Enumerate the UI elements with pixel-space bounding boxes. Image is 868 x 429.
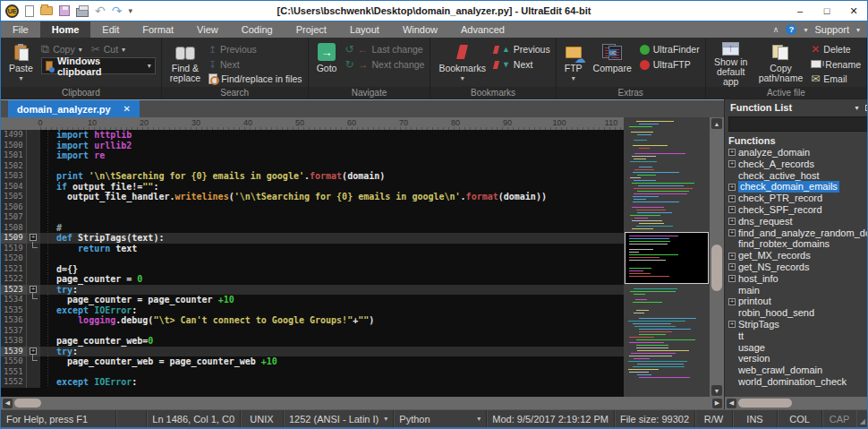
function-item-find_and_analyze_random_domain[interactable]: +find_and_analyze_random_domain	[728, 227, 868, 239]
function-item-check_PTR_record[interactable]: +check_PTR_record	[728, 193, 868, 204]
line-number[interactable]: 1508	[1, 223, 26, 234]
panel-scroll-left-icon[interactable]: ◀	[727, 399, 736, 408]
code-line[interactable]: 1534 page_counter = page_counter +10	[1, 295, 624, 305]
tab-domain-analyzer[interactable]: domain_analyzer.py ✕	[8, 100, 140, 117]
panel-scrollbar-track[interactable]	[736, 397, 868, 409]
line-number[interactable]: 1552	[1, 377, 26, 388]
support-menu[interactable]: Support	[814, 24, 849, 35]
copy-path-name-button[interactable]: Copy path/name	[756, 40, 806, 86]
line-number[interactable]: 1501	[1, 150, 26, 161]
expand-icon[interactable]: +	[728, 298, 736, 305]
code-line[interactable]: 1539+try:	[1, 347, 624, 357]
delete-file-button[interactable]: ✕ Delete	[811, 42, 861, 56]
code-line[interactable]: 1522page_counter = 0	[1, 274, 624, 285]
line-number[interactable]: 1538	[1, 336, 26, 347]
expand-icon[interactable]: +	[728, 195, 736, 202]
vertical-scrollbar-thumb[interactable]	[711, 245, 722, 291]
line-number[interactable]: 1521	[1, 264, 26, 275]
code-line[interactable]: 1538page_counter_web=0	[1, 336, 624, 347]
code-line[interactable]: 1550 page_counter_web = page_counter_web…	[1, 356, 624, 367]
minimize-button[interactable]: –	[787, 1, 813, 21]
code-line[interactable]: 1500import urllib2	[1, 141, 624, 151]
find-in-files-button[interactable]: Find/replace in files	[208, 72, 302, 86]
syntax-dropdown-icon[interactable]: ▾	[477, 415, 481, 423]
code-line[interactable]: 1509+def StripTags(text):	[1, 233, 624, 244]
code-line[interactable]: 1551	[1, 367, 624, 378]
menu-item-window[interactable]: Window	[391, 21, 449, 38]
function-item-StripTags[interactable]: +StripTags	[728, 319, 868, 330]
paste-dropdown-icon[interactable]: ▾	[19, 73, 22, 83]
fold-expand-icon[interactable]: +	[30, 347, 37, 355]
rename-file-button[interactable]: Rename	[811, 57, 861, 72]
line-number[interactable]: 1500	[1, 141, 26, 151]
maximize-button[interactable]: □	[813, 1, 840, 21]
code-line[interactable]: 1523+try:	[1, 285, 624, 296]
encoding-dropdown-icon[interactable]: ▾	[384, 415, 387, 423]
function-item-dns_request[interactable]: +dns_request	[728, 216, 868, 227]
scroll-left-icon[interactable]: ◀	[3, 399, 13, 408]
line-number[interactable]: 1537	[1, 326, 26, 337]
expand-icon[interactable]: +	[728, 149, 736, 156]
menu-item-home[interactable]: Home	[40, 21, 91, 38]
bookmark-next-button[interactable]: ▼ Next	[494, 57, 550, 72]
line-number[interactable]: 1520	[1, 253, 26, 264]
line-number[interactable]: 1536	[1, 315, 26, 326]
line-number[interactable]: 1523	[1, 285, 26, 296]
panel-horizontal-scrollbar[interactable]: ◀ ▶	[725, 397, 868, 409]
ultraftp-button[interactable]: UltraFTP	[640, 57, 700, 72]
code-line[interactable]: 1501import re	[1, 150, 624, 161]
expand-icon[interactable]: +	[728, 160, 736, 167]
code-line[interactable]: 1503print '\n\tSearching for {0} emails …	[1, 171, 624, 182]
show-in-default-app-button[interactable]: Show in default app	[711, 40, 751, 86]
expand-icon[interactable]: +	[728, 206, 736, 213]
bookmarks-button[interactable]: Bookmarks ▾	[436, 40, 489, 86]
fold-expand-icon[interactable]: +	[30, 234, 37, 241]
status-column-toggle[interactable]: COL	[778, 410, 822, 427]
line-number[interactable]: 1507	[1, 212, 26, 223]
code-line[interactable]: 1507	[1, 212, 624, 223]
print-icon[interactable]	[76, 8, 89, 17]
code-line[interactable]: 1536 logging.debug("\t> Can't connect to…	[1, 315, 624, 326]
menu-item-advanced[interactable]: Advanced	[449, 21, 516, 38]
status-insert-toggle[interactable]: INS	[733, 410, 778, 427]
support-dropdown-icon[interactable]: ▾	[856, 26, 860, 34]
function-item-get_NS_records[interactable]: +get_NS_records	[728, 262, 868, 273]
function-item-world_domination_check[interactable]: world_domination_check	[728, 376, 868, 388]
code-line[interactable]: 1506	[1, 202, 624, 213]
function-item-host_info[interactable]: +host_info	[728, 273, 868, 285]
minimap[interactable]	[624, 117, 710, 397]
paste-button[interactable]: Paste ▾	[6, 40, 36, 86]
code-line[interactable]: 1508#	[1, 223, 624, 234]
line-number[interactable]: 1499	[1, 130, 26, 141]
help-icon[interactable]: ?	[786, 24, 796, 35]
line-number[interactable]: 1522	[1, 274, 26, 285]
horizontal-scrollbar[interactable]: ◀ ▶	[1, 397, 724, 409]
fold-expand-icon[interactable]: +	[30, 286, 37, 293]
function-item-find_robtex_domains[interactable]: find_robtex_domains	[728, 238, 868, 250]
line-number[interactable]: 1534	[1, 295, 26, 305]
email-file-button[interactable]: ✉ Email	[811, 72, 861, 86]
bookmark-previous-button[interactable]: ▲ Previous	[494, 42, 550, 56]
function-item-printout[interactable]: +printout	[728, 296, 868, 307]
vertical-scrollbar-track[interactable]	[710, 130, 724, 384]
menu-item-edit[interactable]: Edit	[90, 21, 131, 38]
goto-button[interactable]: → Goto	[314, 40, 340, 86]
code-line[interactable]: 1521d={}	[1, 264, 624, 275]
line-number[interactable]: 1509	[1, 233, 26, 244]
function-item-check_SPF_record[interactable]: +check_SPF_record	[728, 204, 868, 216]
line-number[interactable]: 1550	[1, 356, 26, 367]
status-readwrite-toggle[interactable]: R/W	[695, 410, 733, 427]
save-icon[interactable]	[59, 5, 70, 16]
panel-scrollbar-thumb[interactable]	[738, 399, 792, 408]
code-line[interactable]: 1519 return text	[1, 244, 624, 254]
ultrafinder-button[interactable]: UltraFinder	[640, 42, 700, 56]
new-file-icon[interactable]	[25, 5, 34, 17]
status-encoding[interactable]: 1252 (ANSI - Latin I) ▾	[284, 410, 394, 427]
line-number[interactable]: 1519	[1, 244, 26, 254]
line-number[interactable]: 1503	[1, 171, 26, 182]
collapse-ribbon-icon[interactable]: ∧	[773, 25, 779, 34]
line-number[interactable]: 1504	[1, 182, 26, 193]
menu-item-layout[interactable]: Layout	[338, 21, 391, 38]
function-item-robin_hood_send[interactable]: robin_hood_send	[728, 307, 868, 319]
code-line[interactable]: 1535except IOError:	[1, 305, 624, 316]
